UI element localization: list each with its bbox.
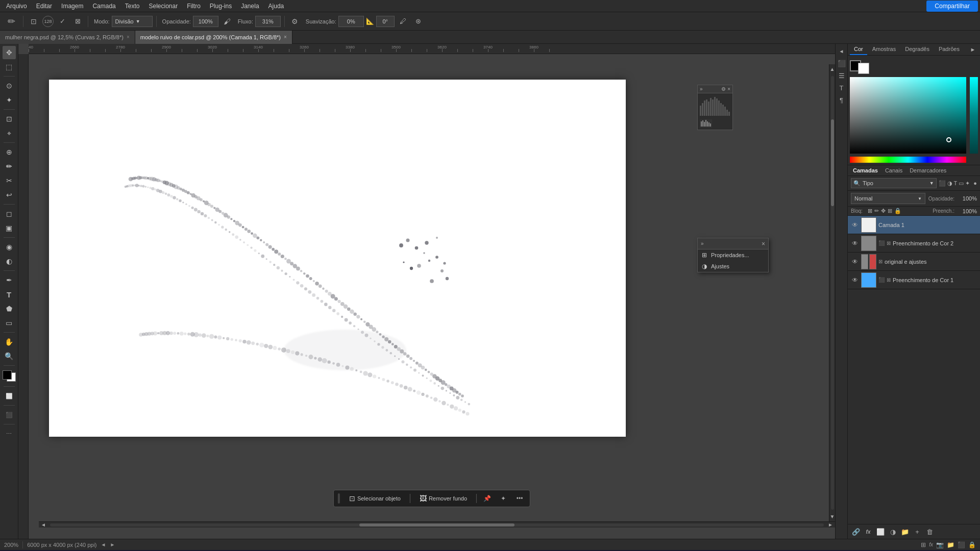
share-button[interactable]: Compartilhar (926, 1, 978, 12)
histogram-expand-icon[interactable]: » (700, 86, 703, 92)
tool-preset-picker[interactable]: ⊡ (27, 15, 40, 28)
menubar-camada[interactable]: Camada (88, 2, 119, 11)
status-camera-icon[interactable]: 📷 (936, 541, 944, 548)
status-layers-icon[interactable]: ⬛ (958, 541, 965, 548)
menubar-plugins[interactable]: Plug-ins (206, 2, 236, 11)
layers-adjustment-icon[interactable]: ◑ (888, 527, 898, 537)
lock-transparent-icon[interactable]: ⊠ (868, 208, 872, 214)
status-lock-icon[interactable]: 🔒 (968, 541, 976, 548)
filter-smart-icon[interactable]: ✦ (965, 180, 970, 187)
layer-item-3[interactable]: 👁 ⬛ ⊠ Preenchimento de Cor 1 (848, 271, 980, 289)
brush-tool[interactable]: ✏ (3, 160, 16, 173)
h-scroll-track[interactable] (50, 523, 824, 527)
h-scroll-thumb[interactable] (359, 523, 514, 527)
layers-mask-icon[interactable]: ⬜ (875, 527, 886, 537)
layer-item-2[interactable]: 👁 ⊠ original e ajustes (848, 253, 980, 271)
layer-item-0[interactable]: 👁 Camada 1 (848, 216, 980, 234)
flux-input[interactable] (255, 16, 281, 27)
lock-position-icon[interactable]: ✥ (881, 208, 886, 214)
menubar-editar[interactable]: Editar (32, 2, 56, 11)
background-swatch[interactable] (858, 63, 869, 74)
pressure-icon[interactable]: 🖊 (397, 15, 410, 28)
tab-degrades[interactable]: Degradês (901, 44, 934, 55)
dodge-tool[interactable]: ◐ (3, 255, 16, 268)
menubar-texto[interactable]: Texto (121, 2, 144, 11)
status-grid-icon[interactable]: ⊞ (921, 541, 926, 548)
menubar-filtro[interactable]: Filtro (183, 2, 205, 11)
foreground-color[interactable] (3, 370, 12, 380)
menubar-ajuda[interactable]: Ajuda (264, 2, 288, 11)
vertical-scrollbar[interactable]: ▲ ▼ (829, 64, 835, 521)
tab-padroes[interactable]: Padrões (935, 44, 964, 55)
menubar-janela[interactable]: Janela (237, 2, 263, 11)
canvas-inner[interactable]: » ⚙ × (29, 54, 835, 528)
v-scroll-down-arrow[interactable]: ▼ (830, 512, 835, 521)
healing-tool[interactable]: ⊕ (3, 145, 16, 159)
move-tool[interactable]: ✥ (3, 46, 16, 59)
color-spectrum-container[interactable] (850, 77, 978, 154)
right-strip-layers-icon[interactable]: ⬛ (837, 58, 847, 68)
foreground-background-colors[interactable] (3, 370, 16, 382)
filter-shape-icon[interactable]: ▭ (959, 180, 964, 187)
tab-1[interactable]: modelo ruivo de colar.psd @ 200% (Camada… (135, 31, 292, 44)
menubar-selecionar[interactable]: Selecionar (144, 2, 182, 11)
blur-tool[interactable]: ◉ (3, 240, 16, 254)
filter-text-icon[interactable]: T (954, 180, 958, 187)
tab-cor[interactable]: Cor (850, 44, 867, 55)
angle-input[interactable] (376, 16, 395, 27)
context-menu-close[interactable]: × (762, 240, 765, 247)
bt-pin-icon[interactable]: 📌 (481, 492, 493, 505)
lock-all-icon[interactable]: 🔒 (894, 208, 901, 214)
airbrush-toggle[interactable]: 🖌 (220, 15, 234, 28)
layers-folder-icon[interactable]: 📁 (900, 527, 910, 537)
brush-size-indicator[interactable]: 128 (42, 16, 54, 27)
color-saturation-brightness[interactable] (850, 77, 966, 154)
lock-artboard-icon[interactable]: ⊞ (888, 208, 892, 214)
h-scroll-left-arrow[interactable]: ◄ (39, 522, 48, 528)
crop-tool[interactable]: ⊡ (3, 112, 16, 126)
toggle-1[interactable]: ✓ (56, 15, 69, 28)
layers-type-filter[interactable]: 🔍 Tipo ▼ (851, 178, 937, 188)
layer-0-visibility[interactable]: 👁 (851, 221, 859, 229)
fill-value[interactable]: 100% (957, 208, 977, 214)
blend-mode-dropdown[interactable]: Normal ▼ (851, 193, 925, 204)
v-scroll-thumb[interactable] (831, 119, 834, 206)
zoom-level[interactable]: 200% (4, 542, 18, 548)
hue-strip-right[interactable] (970, 77, 978, 154)
filter-adjust-icon[interactable]: ◑ (947, 180, 952, 187)
gradient-tool[interactable]: ▣ (3, 221, 16, 235)
status-nav-right[interactable]: ► (110, 542, 115, 547)
context-menu-expand[interactable]: » (701, 241, 704, 246)
lock-image-icon[interactable]: ✏ (874, 208, 879, 214)
layers-tab-camadas[interactable]: Camadas (850, 165, 881, 176)
hand-tool[interactable]: ✋ (3, 335, 16, 348)
layers-add-icon[interactable]: + (912, 527, 922, 537)
zoom-tool[interactable]: 🔍 (3, 349, 16, 363)
pen-tool[interactable]: ✒ (3, 273, 16, 287)
layer-item-1[interactable]: 👁 ⬛ ⊠ Preenchimento de Cor 2 (848, 234, 980, 253)
tab-amostras[interactable]: Amostras (868, 44, 900, 55)
layers-fx-icon[interactable]: fx (863, 527, 873, 537)
right-strip-text-icon[interactable]: T (837, 83, 847, 93)
text-tool[interactable]: T (3, 288, 16, 301)
tab-0[interactable]: mulher negra.psd @ 12,5% (Curvas 2, RGB/… (0, 31, 135, 44)
extra-tools[interactable]: ⋯ (3, 427, 16, 440)
canvas-area[interactable]: 2540266027802900302031403260338035003620… (18, 44, 835, 539)
v-scroll-up-arrow[interactable]: ▲ (830, 64, 835, 74)
histogram-close-icon[interactable]: × (727, 86, 730, 92)
quick-mask-toggle[interactable]: ⬜ (3, 389, 16, 403)
suavizacao-input[interactable] (338, 16, 364, 27)
opacity-value-layers[interactable]: 100% (957, 195, 977, 202)
toggle-2[interactable]: ⊠ (71, 15, 84, 28)
tab-1-close[interactable]: × (284, 34, 287, 40)
right-strip-char-icon[interactable]: ¶ (837, 95, 847, 105)
bt-more-icon[interactable]: ••• (513, 492, 526, 505)
screen-mode-toggle[interactable]: ⬛ (3, 408, 16, 421)
layers-tab-demarcadores[interactable]: Demarcadores (906, 165, 949, 176)
v-scroll-track[interactable] (831, 76, 834, 510)
color-picker-panel[interactable] (848, 56, 980, 165)
settings-icon[interactable]: ⚙ (288, 15, 302, 28)
layer-1-visibility[interactable]: 👁 (851, 239, 859, 247)
layers-link-icon[interactable]: 🔗 (851, 527, 861, 537)
layers-tab-canais[interactable]: Canais (882, 165, 905, 176)
